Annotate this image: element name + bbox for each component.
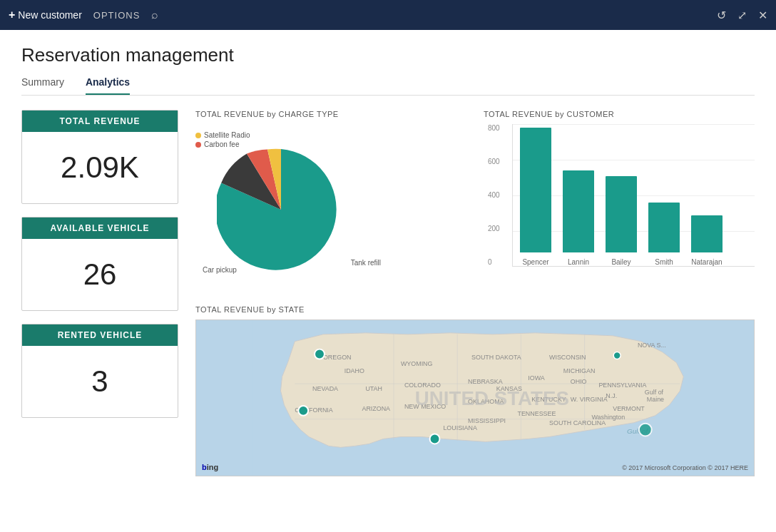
map-dot-ne bbox=[613, 352, 621, 359]
top-charts: TOTAL REVENUE by CHARGE TYPE Satellite R… bbox=[195, 110, 755, 288]
new-customer-button[interactable]: + New customer bbox=[9, 9, 82, 21]
map-copyright: © 2017 Microsoft Corporation © 2017 HERE bbox=[622, 464, 748, 471]
topbar: + New customer OPTIONS ⌕ ↺ ⤢ ✕ bbox=[0, 0, 776, 30]
svg-text:OHIO: OHIO bbox=[571, 378, 587, 385]
bar-chart-box: TOTAL REVENUE by CUSTOMER 800 600 400 bbox=[484, 110, 755, 288]
bar-chart-ylabels: 800 600 400 200 0 bbox=[488, 124, 500, 266]
ylabel-800: 800 bbox=[488, 124, 500, 132]
tab-analytics[interactable]: Analytics bbox=[86, 76, 130, 95]
svg-text:Maine: Maine bbox=[647, 396, 664, 403]
svg-text:IOWA: IOWA bbox=[528, 374, 544, 382]
total-revenue-body: 2.09K bbox=[22, 132, 178, 203]
available-vehicle-card: AVAILABLE VEHICLE 26 bbox=[21, 217, 178, 311]
map-dot-oregon bbox=[315, 349, 325, 359]
svg-text:MISSISSIPPI: MISSISSIPPI bbox=[468, 417, 506, 424]
options-button[interactable]: OPTIONS bbox=[93, 10, 141, 21]
bar-chart-wrapper: 800 600 400 200 0 Spencer bbox=[484, 124, 755, 267]
map-dot-texas bbox=[430, 434, 440, 444]
ylabel-0: 0 bbox=[488, 258, 500, 266]
left-cards: TOTAL REVENUE 2.09K AVAILABLE VEHICLE 26… bbox=[21, 110, 178, 476]
search-icon[interactable]: ⌕ bbox=[151, 9, 158, 21]
bar-spencer-label: Spencer bbox=[522, 258, 548, 266]
svg-text:MICHIGAN: MICHIGAN bbox=[563, 367, 596, 374]
total-revenue-value: 2.09K bbox=[61, 150, 139, 185]
bar-chart-title: TOTAL REVENUE by CUSTOMER bbox=[484, 110, 755, 118]
topbar-icons: ↺ ⤢ ✕ bbox=[717, 9, 767, 22]
new-customer-label: New customer bbox=[18, 9, 81, 21]
expand-icon[interactable]: ⤢ bbox=[737, 9, 747, 22]
bar-spencer: Spencer bbox=[520, 128, 551, 266]
bar-bailey-fill bbox=[606, 176, 637, 252]
tab-summary[interactable]: Summary bbox=[21, 76, 64, 95]
bar-smith: Smith bbox=[648, 203, 680, 266]
legend-carbon-dot bbox=[195, 142, 201, 148]
legend-satellite-dot bbox=[195, 133, 201, 138]
rented-vehicle-header: RENTED VEHICLE bbox=[22, 324, 178, 346]
bar-lannin-fill bbox=[563, 170, 594, 252]
map-section: TOTAL REVENUE by STATE bbox=[195, 305, 755, 476]
svg-text:LOUISIANA: LOUISIANA bbox=[443, 424, 477, 431]
svg-text:UTAH: UTAH bbox=[365, 385, 382, 392]
bar-smith-fill bbox=[648, 203, 680, 252]
total-revenue-card: TOTAL REVENUE 2.09K bbox=[21, 110, 178, 204]
svg-text:WYOMING: WYOMING bbox=[401, 360, 433, 367]
bar-lannin: Lannin bbox=[563, 170, 594, 266]
rented-vehicle-value: 3 bbox=[91, 364, 108, 399]
bar-bailey: Bailey bbox=[606, 176, 637, 266]
pie-chart-box: TOTAL REVENUE by CHARGE TYPE Satellite R… bbox=[195, 110, 466, 288]
total-revenue-header: TOTAL REVENUE bbox=[22, 111, 178, 132]
map-dot-california bbox=[298, 406, 308, 416]
us-map-svg: OREGON IDAHO WYOMING SOUTH DAKOTA WISCON… bbox=[196, 320, 754, 476]
svg-text:W. VIRGINIA: W. VIRGINIA bbox=[571, 396, 608, 403]
pie-chart-title: TOTAL REVENUE by CHARGE TYPE bbox=[195, 110, 466, 118]
bar-bailey-label: Bailey bbox=[611, 258, 630, 266]
legend-satellite-label: Satellite Radio bbox=[204, 131, 250, 139]
pie-svg bbox=[217, 145, 345, 274]
svg-text:IDAHO: IDAHO bbox=[344, 367, 364, 374]
ylabel-200: 200 bbox=[488, 225, 500, 232]
svg-text:UNITED STATES: UNITED STATES bbox=[415, 387, 569, 409]
available-vehicle-value: 26 bbox=[83, 257, 117, 292]
analytics-content: TOTAL REVENUE 2.09K AVAILABLE VEHICLE 26… bbox=[21, 110, 755, 476]
map-title: TOTAL REVENUE by STATE bbox=[195, 305, 755, 314]
available-vehicle-body: 26 bbox=[22, 239, 178, 310]
svg-text:SOUTH DAKOTA: SOUTH DAKOTA bbox=[471, 354, 521, 361]
pie-label-car-pickup: Car pickup bbox=[203, 266, 237, 274]
svg-text:NEBRASKA: NEBRASKA bbox=[468, 378, 503, 385]
svg-text:ARIZONA: ARIZONA bbox=[362, 405, 390, 412]
pie-label-tank-refill: Tank refill bbox=[351, 259, 381, 267]
svg-text:Washington: Washington bbox=[592, 414, 626, 421]
refresh-icon[interactable]: ↺ bbox=[717, 9, 726, 22]
legend-satellite: Satellite Radio bbox=[195, 131, 250, 139]
bar-chart: 800 600 400 200 0 Spencer bbox=[512, 124, 755, 267]
svg-text:VERMONT: VERMONT bbox=[613, 405, 645, 412]
page-title: Reservation management bbox=[21, 44, 755, 66]
svg-text:OREGON: OREGON bbox=[323, 354, 352, 361]
rented-vehicle-card: RENTED VEHICLE 3 bbox=[21, 324, 178, 418]
svg-text:PENNSYLVANIA: PENNSYLVANIA bbox=[598, 382, 646, 389]
svg-text:Gulf of: Gulf of bbox=[645, 389, 664, 396]
pie-chart-container: Satellite Radio Carbon fee bbox=[195, 124, 395, 288]
available-vehicle-header: AVAILABLE VEHICLE bbox=[22, 218, 178, 239]
svg-text:WISCONSIN: WISCONSIN bbox=[549, 354, 586, 361]
plus-icon: + bbox=[9, 9, 15, 21]
bar-lannin-label: Lannin bbox=[568, 258, 589, 266]
bing-logo: bing bbox=[202, 463, 218, 471]
right-charts: TOTAL REVENUE by CHARGE TYPE Satellite R… bbox=[195, 110, 755, 476]
close-icon[interactable]: ✕ bbox=[758, 9, 767, 22]
svg-text:N.J.: N.J. bbox=[606, 392, 617, 399]
svg-text:NOVA S...: NOVA S... bbox=[638, 342, 666, 349]
rented-vehicle-body: 3 bbox=[22, 346, 178, 417]
bar-natarajan-label: Natarajan bbox=[691, 258, 722, 266]
map-container: OREGON IDAHO WYOMING SOUTH DAKOTA WISCON… bbox=[195, 319, 755, 476]
svg-text:TENNESSEE: TENNESSEE bbox=[517, 410, 556, 417]
svg-text:NEVADA: NEVADA bbox=[312, 385, 338, 392]
ylabel-600: 600 bbox=[488, 158, 500, 165]
bar-natarajan: Natarajan bbox=[691, 215, 723, 266]
main-content: Reservation management Summary Analytics… bbox=[0, 30, 776, 491]
ylabel-400: 400 bbox=[488, 191, 500, 199]
bar-natarajan-fill bbox=[691, 215, 723, 252]
map-dot-georgia bbox=[639, 424, 652, 436]
bar-smith-label: Smith bbox=[655, 258, 673, 266]
tabs: Summary Analytics bbox=[21, 76, 755, 96]
